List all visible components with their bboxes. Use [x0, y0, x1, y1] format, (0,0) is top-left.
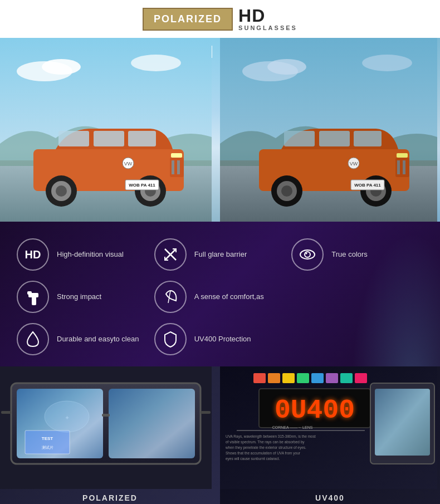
- svg-rect-58: [102, 414, 110, 417]
- uv400-icon-wrap: [154, 323, 187, 355]
- svg-rect-71: [311, 373, 324, 383]
- svg-point-49: [305, 252, 310, 257]
- svg-point-11: [56, 185, 67, 197]
- svg-point-34: [281, 185, 292, 197]
- svg-point-26: [267, 59, 306, 75]
- svg-rect-29: [284, 131, 315, 146]
- polarized-glasses-image: TEST 测试片 ✦: [0, 366, 212, 489]
- uv400-feature-label: UV400 Protection: [194, 335, 251, 344]
- droplet-icon: [26, 331, 40, 348]
- svg-rect-53: [27, 291, 32, 295]
- comfort-feature-label: A sense of comfort,as: [194, 292, 264, 302]
- svg-rect-17: [177, 160, 180, 174]
- impact-feature-label: Strong impact: [57, 292, 101, 302]
- svg-rect-68: [268, 373, 280, 383]
- color-icon-wrap: [291, 238, 324, 271]
- feature-durable: Durable and easyto clean: [17, 323, 149, 355]
- svg-rect-74: [355, 373, 367, 383]
- svg-rect-40: [403, 160, 405, 174]
- hd-feature-label: High-definition visual: [57, 250, 124, 260]
- svg-text:of visible spectrum. The rays : of visible spectrum. The rays can be abs…: [226, 440, 305, 444]
- shield-icon: [163, 331, 178, 348]
- uv400-panel: 0U400 UVA Rays, wavelength between 315-3…: [220, 366, 440, 504]
- svg-text:CORNEA ——→ LENS: CORNEA ——→ LENS: [272, 425, 313, 429]
- ordinary-sunglasses-panel: ORDINARY SUNGLASSES: [220, 38, 440, 222]
- svg-rect-73: [340, 373, 353, 383]
- svg-text:VW: VW: [350, 161, 358, 167]
- hammer-icon: [25, 288, 41, 305]
- svg-text:WOB PA 411: WOB PA 411: [354, 183, 381, 188]
- feature-glare: Full glare barrier: [154, 238, 286, 271]
- comparison-section: BEFCRE USE: [0, 38, 440, 222]
- feature-color: True colors: [291, 238, 423, 271]
- impact-icon-wrap: [17, 281, 49, 313]
- svg-text:UVA Rays, wavelength between 3: UVA Rays, wavelength between 315-380nm, …: [226, 434, 316, 439]
- feature-comfort: A sense of comfort,as: [154, 281, 286, 313]
- svg-rect-31: [354, 131, 382, 146]
- svg-rect-7: [94, 131, 124, 146]
- svg-rect-6: [58, 131, 89, 146]
- svg-text:Shows that the accumulation of: Shows that the accumulation of UVA from …: [226, 451, 301, 456]
- features-grid: HD High-definition visual Full glare bar…: [17, 238, 423, 355]
- svg-rect-41: [397, 153, 408, 158]
- svg-rect-16: [172, 160, 174, 174]
- svg-point-4: [131, 55, 181, 71]
- color-feature-label: True colors: [331, 250, 368, 260]
- leaf-icon: [163, 288, 178, 305]
- cross-arrow-icon: [163, 247, 178, 262]
- polarized-panel: TEST 测试片 ✦ POLARIZED: [0, 366, 220, 504]
- svg-text:0U400: 0U400: [275, 395, 355, 425]
- svg-rect-67: [253, 373, 266, 383]
- durable-icon-wrap: [17, 323, 49, 355]
- hd-icon: HD: [25, 248, 41, 261]
- svg-text:✦: ✦: [65, 414, 70, 421]
- features-section: HD High-definition visual Full glare bar…: [0, 222, 440, 366]
- durable-feature-label: Durable and easyto clean: [57, 335, 139, 344]
- uv400-image: 0U400 UVA Rays, wavelength between 315-3…: [220, 366, 437, 489]
- svg-rect-59: [201, 411, 211, 414]
- svg-rect-69: [282, 373, 295, 383]
- svg-rect-39: [397, 160, 400, 174]
- polarized-badge: POLARIZED: [143, 8, 233, 31]
- glare-icon-wrap: [154, 238, 187, 271]
- svg-rect-61: [25, 430, 70, 454]
- sunglasses-label: SUNGLASSES: [238, 25, 297, 31]
- svg-point-50: [306, 253, 307, 255]
- eye-icon: [299, 246, 316, 263]
- svg-rect-18: [171, 153, 182, 158]
- feature-hd: HD High-definition visual: [17, 238, 149, 271]
- svg-text:VW: VW: [124, 161, 133, 167]
- svg-text:测试片: 测试片: [42, 446, 53, 449]
- svg-text:eyes will cause sunburnt catar: eyes will cause sunburnt cataract.: [226, 457, 280, 461]
- svg-rect-72: [326, 373, 338, 383]
- feature-impact: Strong impact: [17, 281, 149, 313]
- uv400-bottom-label: UV400: [315, 489, 345, 504]
- svg-text:TEST: TEST: [42, 436, 53, 441]
- hd-label: HD: [238, 7, 297, 25]
- svg-text:WOB PA 411: WOB PA 411: [129, 183, 155, 188]
- before-use-panel: BEFCRE USE: [0, 38, 220, 222]
- comfort-icon-wrap: [154, 281, 187, 313]
- svg-point-3: [42, 59, 81, 75]
- svg-rect-57: [109, 389, 195, 458]
- svg-text:when they penetrate the exteri: when they penetrate the exterior structu…: [225, 446, 306, 450]
- bottom-section: TEST 测试片 ✦ POLARIZED: [0, 366, 440, 504]
- glare-feature-label: Full glare barrier: [194, 250, 247, 260]
- svg-rect-70: [297, 373, 309, 383]
- svg-rect-8: [128, 131, 156, 146]
- hd-branding: HD SUNGLASSES: [238, 7, 297, 31]
- svg-rect-60: [1, 411, 11, 414]
- svg-rect-30: [319, 131, 350, 146]
- svg-point-27: [362, 55, 412, 71]
- hd-icon-wrap: HD: [17, 238, 49, 271]
- svg-rect-83: [375, 389, 430, 456]
- feature-empty: [291, 281, 423, 313]
- feature-uv400: UV400 Protection: [154, 323, 286, 355]
- polarized-bottom-label: POLARIZED: [82, 489, 138, 504]
- header: POLARIZED HD SUNGLASSES: [0, 0, 440, 38]
